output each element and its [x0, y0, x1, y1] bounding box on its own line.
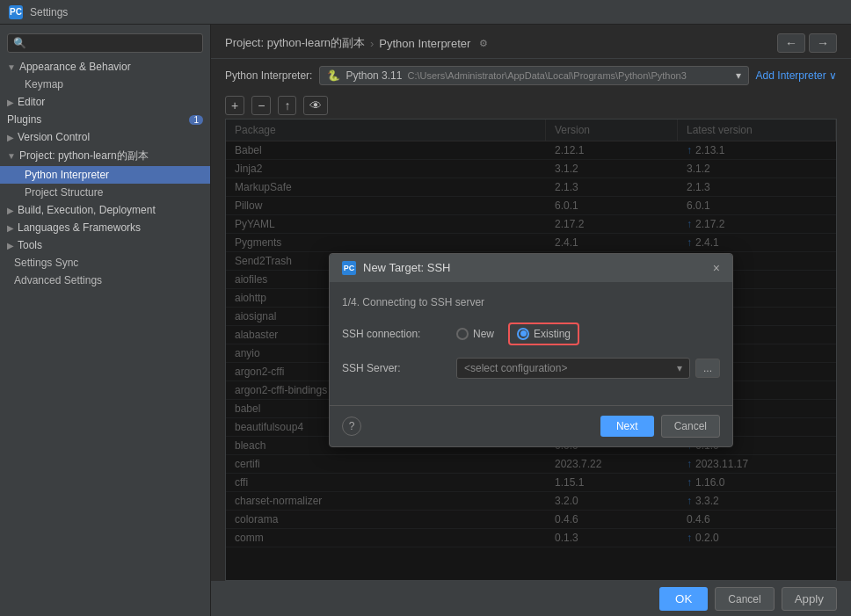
- breadcrumb: Project: python-learn的副本 › Python Interp…: [225, 35, 488, 51]
- sidebar-item-build-execution[interactable]: ▶ Build, Execution, Deployment: [0, 201, 210, 219]
- arrow-icon: ▶: [7, 206, 14, 215]
- radio-existing-inner: [520, 330, 527, 337]
- cancel-main-button[interactable]: Cancel: [715, 587, 774, 611]
- sidebar-item-label: Project: python-learn的副本: [19, 149, 149, 163]
- python-path: C:\Users\Administrator\AppData\Local\Pro…: [407, 70, 686, 81]
- ssh-connection-label: SSH connection:: [342, 328, 447, 340]
- add-package-button[interactable]: +: [225, 96, 244, 115]
- search-input[interactable]: [30, 37, 197, 49]
- modal-title-bar: PC New Target: SSH ×: [330, 254, 732, 282]
- sidebar: 🔍 ▼ Appearance & Behavior Keymap ▶ Edito…: [0, 25, 211, 616]
- sidebar-item-label: Appearance & Behavior: [19, 61, 131, 73]
- sidebar-item-label: Keymap: [25, 78, 63, 91]
- arrow-icon: ▶: [7, 98, 14, 107]
- modal-close-button[interactable]: ×: [713, 261, 720, 275]
- modal-body: 1/4. Connecting to SSH server SSH connec…: [330, 282, 732, 405]
- help-button[interactable]: ?: [342, 417, 361, 436]
- arrow-icon: ▶: [7, 241, 14, 250]
- ssh-server-placeholder: <select configuration>: [464, 362, 567, 374]
- settings-icon: ⚙: [479, 38, 488, 49]
- cancel-button[interactable]: Cancel: [661, 415, 720, 438]
- sidebar-item-label: Tools: [18, 239, 42, 251]
- sidebar-item-version-control[interactable]: ▶ Version Control: [0, 128, 210, 146]
- interpreter-select[interactable]: 🐍 Python 3.11 C:\Users\Administrator\App…: [319, 66, 748, 85]
- sidebar-item-label: Plugins: [7, 113, 41, 126]
- sidebar-item-label: Build, Execution, Deployment: [18, 204, 156, 216]
- ssh-server-label: SSH Server:: [342, 362, 447, 374]
- sidebar-item-languages[interactable]: ▶ Languages & Frameworks: [0, 219, 210, 236]
- breadcrumb-interpreter: Python Interpreter: [379, 37, 470, 50]
- radio-existing-highlight: Existing: [508, 322, 579, 345]
- package-toolbar: + − ↑ 👁: [211, 92, 851, 119]
- python-icon: 🐍: [327, 69, 340, 82]
- sidebar-item-label: Advanced Settings: [14, 274, 102, 286]
- radio-new-label: New: [473, 328, 494, 340]
- title-bar-text: Settings: [30, 6, 68, 18]
- nav-back-button[interactable]: ←: [777, 33, 805, 53]
- select-arrow-icon: ▾: [677, 362, 682, 374]
- modal-title: New Target: SSH: [363, 261, 450, 274]
- radio-group: New Existing: [456, 322, 579, 345]
- sidebar-item-label: Editor: [18, 96, 45, 108]
- interpreter-row: Python Interpreter: 🐍 Python 3.11 C:\Use…: [211, 59, 851, 92]
- ssh-server-row: SSH Server: <select configuration> ▾ ...: [342, 358, 720, 379]
- plugins-badge: 1: [189, 115, 203, 125]
- radio-existing-option[interactable]: Existing: [517, 328, 571, 340]
- modal-status: 1/4. Connecting to SSH server: [342, 296, 720, 308]
- next-button[interactable]: Next: [600, 416, 654, 437]
- package-table: Package Version Latest version Babel 2.1…: [225, 119, 837, 581]
- bottom-bar: OK Cancel Apply: [211, 581, 851, 616]
- sidebar-item-project[interactable]: ▼ Project: python-learn的副本: [0, 146, 210, 166]
- sidebar-item-python-interpreter[interactable]: Python Interpreter: [0, 166, 210, 184]
- radio-new-circle: [456, 328, 469, 340]
- dropdown-arrow: ▾: [736, 69, 741, 82]
- remove-package-button[interactable]: −: [251, 96, 271, 115]
- arrow-icon: ▶: [7, 223, 14, 233]
- content-area: Project: python-learn的副本 › Python Interp…: [211, 25, 851, 616]
- sidebar-item-label: Version Control: [18, 131, 90, 143]
- apply-button[interactable]: Apply: [782, 587, 837, 611]
- breadcrumb-separator: ›: [370, 37, 374, 50]
- sidebar-item-label: Languages & Frameworks: [18, 221, 141, 234]
- modal-footer: ? Next Cancel: [330, 405, 732, 446]
- radio-existing-label: Existing: [534, 328, 571, 340]
- ssh-connection-row: SSH connection: New: [342, 322, 720, 345]
- main-area: 🔍 ▼ Appearance & Behavior Keymap ▶ Edito…: [0, 25, 851, 616]
- sidebar-item-editor[interactable]: ▶ Editor: [0, 93, 210, 111]
- app-icon: PC: [9, 5, 23, 19]
- show-packages-button[interactable]: 👁: [303, 96, 328, 115]
- sidebar-item-project-structure[interactable]: Project Structure: [0, 184, 210, 201]
- sidebar-item-tools[interactable]: ▶ Tools: [0, 236, 210, 254]
- content-header: Project: python-learn的副本 › Python Interp…: [211, 25, 851, 59]
- modal-app-icon: PC: [342, 261, 356, 275]
- sidebar-search[interactable]: 🔍: [7, 33, 203, 53]
- arrow-icon: ▶: [7, 133, 14, 142]
- add-interpreter-button[interactable]: Add Interpreter ∨: [756, 69, 837, 82]
- arrow-icon: ▼: [7, 62, 16, 72]
- ssh-dots-button[interactable]: ...: [695, 359, 720, 378]
- sidebar-item-plugins[interactable]: Plugins 1: [0, 111, 210, 128]
- arrow-icon: ▼: [7, 151, 16, 161]
- ok-button[interactable]: OK: [659, 587, 708, 611]
- python-version: Python 3.11: [345, 69, 402, 82]
- sidebar-item-label: Project Structure: [25, 186, 103, 199]
- sidebar-item-settings-sync[interactable]: Settings Sync: [0, 254, 210, 272]
- breadcrumb-project: Project: python-learn的副本: [225, 35, 365, 51]
- sidebar-item-advanced-settings[interactable]: Advanced Settings: [0, 272, 210, 289]
- ssh-server-select[interactable]: <select configuration> ▾: [456, 358, 690, 379]
- title-bar: PC Settings: [0, 0, 851, 25]
- radio-existing-circle: [517, 328, 529, 340]
- sidebar-item-keymap[interactable]: Keymap: [0, 76, 210, 93]
- interpreter-label: Python Interpreter:: [225, 69, 312, 82]
- modal-overlay: PC New Target: SSH × 1/4. Connecting to …: [226, 120, 836, 580]
- ssh-dialog: PC New Target: SSH × 1/4. Connecting to …: [329, 253, 733, 447]
- radio-new-option[interactable]: New: [456, 328, 494, 340]
- sidebar-item-appearance[interactable]: ▼ Appearance & Behavior: [0, 58, 210, 76]
- nav-buttons: ← →: [777, 33, 837, 53]
- update-package-button[interactable]: ↑: [278, 96, 296, 115]
- nav-forward-button[interactable]: →: [809, 33, 837, 53]
- sidebar-item-label: Settings Sync: [14, 257, 78, 269]
- sidebar-item-label: Python Interpreter: [25, 169, 109, 181]
- search-icon: 🔍: [13, 37, 26, 49]
- ssh-select-row: <select configuration> ▾ ...: [456, 358, 720, 379]
